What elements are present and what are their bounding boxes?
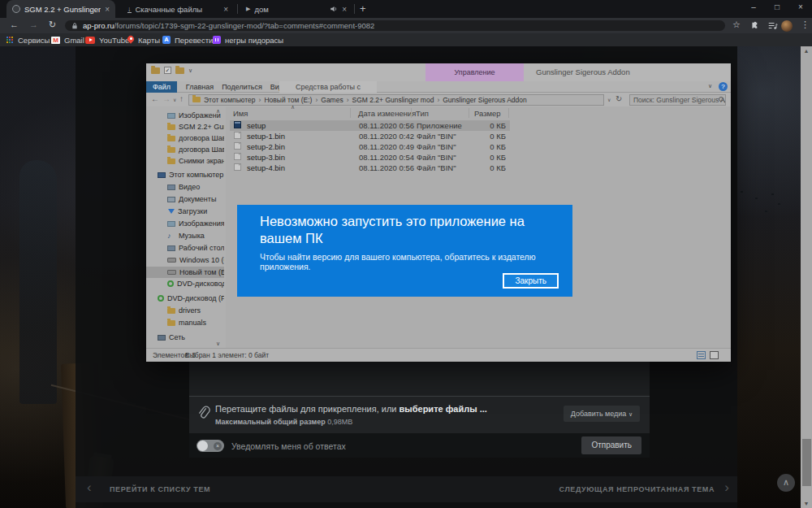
qat-properties-icon[interactable]: ✓ (164, 67, 171, 74)
bookmark-gmail[interactable]: M Gmail (51, 33, 84, 46)
column-separator[interactable] (469, 108, 469, 118)
ribbon-expand-icon[interactable]: ∨ (708, 83, 712, 89)
ribbon-tab-file[interactable]: Файл (146, 81, 177, 93)
back-button[interactable]: ← (10, 20, 19, 29)
sidebar-item-music[interactable]: ♪Музыка (146, 230, 224, 241)
sidebar-item-sgm-folder[interactable]: SGM 2.2+ Gunsli (146, 121, 224, 132)
sidebar-item-drive-e-selected[interactable]: Новый том (E:) (146, 267, 224, 278)
sidebar-item-videos[interactable]: Видео (146, 181, 224, 193)
bookmark-youtube[interactable]: YouTube (85, 33, 129, 46)
next-unread-topic-link[interactable]: СЛЕДУЮЩАЯ НЕПРОЧИТАННАЯ ТЕМА (559, 485, 715, 493)
column-separator[interactable] (411, 108, 412, 118)
profile-avatar[interactable] (781, 20, 793, 32)
extensions-puzzle-icon[interactable] (750, 21, 759, 30)
attachment-dropzone[interactable]: Перетащите файлы для прикрепления, или в… (189, 396, 650, 433)
address-dropdown-icon[interactable]: ∨ (607, 97, 611, 102)
refresh-icon[interactable]: ↻ (615, 94, 622, 103)
tab-close-icon[interactable]: × (223, 5, 228, 14)
breadcrumb[interactable]: Этот компьютер› Новый том (E:)› Games› S… (188, 94, 604, 106)
browser-maximize-button[interactable]: □ (771, 2, 784, 11)
reload-button[interactable]: ↻ (49, 20, 56, 30)
sidebar-item-screenshots[interactable]: Снимки экрана (146, 155, 224, 167)
scrollbar-up-arrow[interactable]: ▲ (801, 48, 812, 54)
sidebar-item-network[interactable]: Сеть (146, 332, 224, 343)
sidebar-item-desktop[interactable]: Рабочий стол (146, 242, 224, 254)
column-header-date[interactable]: Дата изменения (358, 109, 416, 118)
comment-editor-area[interactable] (189, 358, 650, 396)
column-header-size[interactable]: Размер (474, 109, 501, 118)
qat-dropdown-icon[interactable]: ∨ (188, 67, 192, 74)
submit-button[interactable]: Отправить (581, 436, 641, 454)
sidebar-item-pictures[interactable]: Изображения (146, 218, 224, 229)
browser-minimize-button[interactable]: – (747, 2, 760, 11)
search-icon[interactable] (719, 97, 723, 102)
search-input[interactable]: Поиск: Gunslinger Sigerous A... (629, 94, 726, 106)
add-media-button[interactable]: Добавить медиа ∨ (564, 406, 640, 422)
column-header-name[interactable]: Имя (233, 109, 248, 118)
column-separator[interactable] (508, 108, 509, 118)
qat-new-folder-icon[interactable] (175, 67, 184, 74)
tab-close-icon[interactable]: × (342, 5, 347, 14)
nav-up-icon[interactable]: ↑ (179, 94, 184, 103)
ribbon-tab-app-tools[interactable]: Средства работы с приложениями (279, 81, 377, 93)
page-scrollbar[interactable]: ▲ ▼ (801, 46, 812, 508)
column-header-type[interactable]: Тип (416, 109, 429, 118)
bookmark-star-icon[interactable]: ☆ (732, 20, 741, 30)
explorer-titlebar[interactable]: ✓ ∨ Управление Gunslinger Sigerous Addon… (146, 63, 731, 81)
new-tab-button[interactable]: + (360, 2, 366, 15)
breadcrumb-this-pc[interactable]: Этот компьютер (204, 96, 256, 104)
column-separator[interactable] (350, 108, 351, 118)
scroll-to-top-button[interactable]: ∧ (777, 474, 795, 492)
go-to-topic-list-link[interactable]: ПЕРЕЙТИ К СПИСКУ ТЕМ (110, 485, 210, 493)
sidebar-item-downloads[interactable]: Загрузки (146, 206, 224, 217)
scrollbar-down-arrow[interactable]: ▼ (801, 501, 812, 506)
breadcrumb-current-folder[interactable]: Gunslinger Sigerous Addon (443, 96, 527, 104)
sidebar-item-manuals[interactable]: manuals (146, 317, 224, 328)
sidebar-item-contracts-2[interactable]: договора Шава (146, 144, 224, 155)
browser-menu-icon[interactable]: ⋮ (801, 20, 810, 30)
file-row-setup-4[interactable]: setup-4.bin 08.11.2020 0:56 Файл "BIN" 0… (230, 163, 510, 173)
browser-close-button[interactable]: × (794, 2, 807, 11)
file-row-setup-1[interactable]: setup-1.bin 08.11.2020 0:42 Файл "BIN" 0… (230, 131, 510, 141)
manage-ribbon-header[interactable]: Управление (425, 63, 524, 81)
notify-toggle[interactable]: × (197, 440, 224, 452)
tab-downloads[interactable]: ↓ Скачанные файлы × (122, 0, 234, 18)
sidebar-item-this-pc[interactable]: Этот компьютер (146, 169, 224, 180)
bookmark-twitch[interactable]: негры пидорасы (213, 33, 283, 46)
sidebar-item-drivers[interactable]: drivers (146, 305, 224, 316)
dialog-close-button[interactable]: Закрыть (503, 273, 559, 289)
qat-folder-icon[interactable] (151, 67, 160, 74)
address-bar[interactable]: ap-pro.ru/forums/topic/1739-sgm-22-gunsl… (65, 20, 725, 31)
breadcrumb-games[interactable]: Games (321, 96, 343, 104)
tab-dom[interactable]: ▶ дом × (240, 0, 352, 18)
file-row-setup-3[interactable]: setup-3.bin 08.11.2020 0:54 Файл "BIN" 0… (230, 152, 510, 163)
tab-sgm-gunslinger[interactable]: SGM 2.2 + Gunslinger Mod - Ад × (6, 0, 115, 18)
tree-scroll-down-icon[interactable]: ∨ (216, 341, 220, 347)
sidebar-item-dvd-f[interactable]: DVD-дисковод (F: (146, 293, 224, 304)
bookmark-maps[interactable]: Карты (127, 33, 160, 46)
bookmark-translate[interactable]: A Перевести (162, 33, 213, 46)
bookmark-services[interactable]: Сервисы (6, 33, 50, 46)
thumbnail-view-icon[interactable] (710, 351, 719, 359)
sidebar-item-contracts-1[interactable]: договора Шава (146, 132, 224, 144)
media-controls-icon[interactable] (768, 21, 778, 30)
nav-forward-icon[interactable]: → (162, 94, 171, 103)
ribbon-tab-share[interactable]: Поделиться (221, 81, 263, 93)
details-view-icon[interactable] (697, 351, 706, 359)
file-row-setup-2[interactable]: setup-2.bin 08.11.2020 0:49 Файл "BIN" 0… (230, 141, 510, 152)
breadcrumb-drive-e[interactable]: Новый том (E:) (264, 96, 312, 104)
file-row-setup[interactable]: setup 08.11.2020 0:56 Приложение 0 КБ (230, 120, 510, 131)
sidebar-item-pictures-pinned[interactable]: Изображени (146, 110, 224, 121)
nav-back-icon[interactable]: ← (151, 94, 159, 103)
sidebar-item-documents[interactable]: Документы (146, 193, 224, 205)
speaker-icon[interactable] (330, 5, 338, 13)
sidebar-item-drive-c[interactable]: Windows 10 (C:) (146, 254, 224, 266)
help-icon[interactable]: ? (719, 82, 728, 91)
forward-button[interactable]: → (29, 20, 38, 29)
tab-close-icon[interactable]: × (105, 5, 110, 14)
ribbon-tab-home[interactable]: Главная (182, 81, 218, 93)
breadcrumb-sgm-folder[interactable]: SGM 2.2+ Gunslinger mod (352, 96, 434, 104)
sidebar-item-dvd-1[interactable]: DVD-дисковод ( (146, 278, 224, 289)
nav-recent-dropdown-icon[interactable]: ∨ (173, 97, 176, 102)
choose-files-link[interactable]: выберите файлы ... (400, 404, 487, 414)
